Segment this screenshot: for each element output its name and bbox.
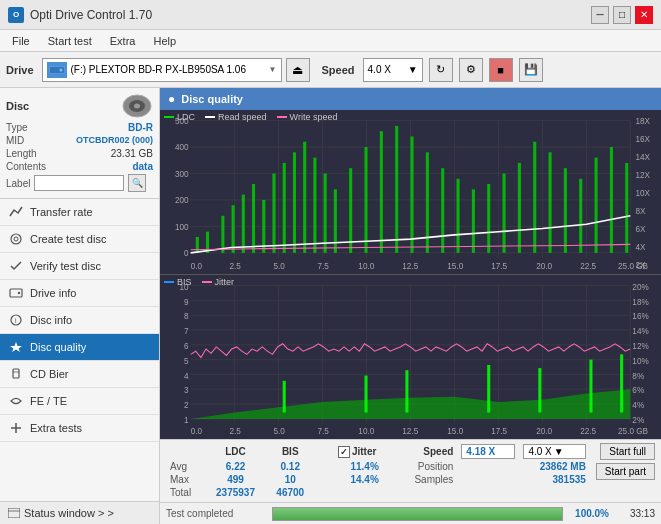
sidebar-item-extra-tests[interactable]: Extra tests [0,415,159,442]
svg-rect-65 [364,147,367,253]
svg-text:4: 4 [184,371,189,381]
menu-help[interactable]: Help [145,33,184,49]
app-icon: O [8,7,24,23]
svg-text:5.0: 5.0 [273,261,285,271]
speed-value: 4.0 X [368,64,391,75]
sidebar-item-disc-info[interactable]: i Disc info [0,307,159,334]
legend-jitter: Jitter [202,277,235,287]
speed-selector[interactable]: 4.0 X ▼ [363,58,423,82]
label-label: Label [6,178,30,189]
svg-text:25.0 GB: 25.0 GB [618,261,648,271]
drive-selector[interactable]: (F:) PLEXTOR BD-R PX-LB950SA 1.06 ▼ [42,58,282,82]
svg-text:2.5: 2.5 [230,261,242,271]
maximize-button[interactable]: □ [613,6,631,24]
length-value: 23.31 GB [111,148,153,159]
speed-dropdown-arrow: ▼ [408,64,418,75]
svg-rect-141 [620,354,623,412]
svg-text:2.5: 2.5 [230,426,242,436]
save-button[interactable]: 💾 [519,58,543,82]
svg-text:6%: 6% [632,385,644,395]
sidebar-item-disc-quality[interactable]: Disc quality [0,334,159,361]
sidebar-item-transfer-rate[interactable]: Transfer rate [0,199,159,226]
svg-point-9 [18,292,20,294]
svg-text:100: 100 [175,221,189,231]
menu-start-test[interactable]: Start test [40,33,100,49]
menu-extra[interactable]: Extra [102,33,144,49]
svg-text:6X: 6X [635,224,645,234]
app-title: Opti Drive Control 1.70 [30,8,152,22]
svg-rect-76 [533,142,536,253]
sidebar-item-verify-test-disc[interactable]: Verify test disc [0,253,159,280]
svg-text:10.0: 10.0 [358,426,374,436]
sidebar-item-drive-info[interactable]: Drive info [0,280,159,307]
action-buttons: Start full Start part [596,443,655,480]
svg-rect-81 [610,147,613,253]
transfer-rate-icon [8,204,24,220]
type-value: BD-R [128,122,153,133]
contents-value: data [132,161,153,172]
disc-info-icon: i [8,312,24,328]
svg-text:10.0: 10.0 [358,261,374,271]
sidebar-item-create-test-disc[interactable]: Create test disc [0,226,159,253]
bottom-chart-svg: 10 9 8 7 6 5 4 3 2 1 20% 18% 16% 14% 12% [160,275,661,439]
speed-select-stats2[interactable]: 4.0 X ▼ [523,444,585,459]
svg-rect-53 [232,205,235,253]
svg-text:8: 8 [184,311,189,321]
svg-rect-50 [196,237,199,253]
jitter-checkbox[interactable]: ✓ [338,446,350,458]
sidebar-item-fe-te[interactable]: FE / TE [0,388,159,415]
total-label: Total [166,486,205,499]
svg-text:22.5: 22.5 [580,261,596,271]
disc-quality-header-icon: ● [168,92,175,106]
eject-button[interactable]: ⏏ [286,58,310,82]
minimize-button[interactable]: ─ [591,6,609,24]
settings-button[interactable]: ⚙ [459,58,483,82]
write-speed-color [277,116,287,118]
menu-file[interactable]: File [4,33,38,49]
svg-rect-71 [457,179,460,253]
svg-rect-138 [487,365,490,413]
svg-marker-12 [10,342,22,352]
svg-rect-8 [10,289,22,297]
svg-text:18%: 18% [632,296,649,306]
svg-rect-72 [472,189,475,252]
progress-bar-background [272,507,563,521]
svg-rect-52 [221,216,224,253]
speed-select-label: 4.0 X [528,446,551,457]
start-full-button[interactable]: Start full [600,443,655,460]
total-ldc: 2375937 [205,486,267,499]
svg-rect-64 [349,168,352,253]
stats-section: LDC BIS ✓ Jitter Speed [160,439,661,502]
verify-test-disc-icon [8,258,24,274]
svg-text:16%: 16% [632,311,649,321]
svg-text:4X: 4X [635,242,645,252]
top-chart-svg: 500 400 300 200 100 0 18X 16X 14X 12X 10… [160,110,661,274]
legend-read-speed: Read speed [205,112,267,122]
svg-text:18X: 18X [635,116,650,126]
svg-rect-59 [293,152,296,253]
sidebar-item-cd-bier[interactable]: CD Bier [0,361,159,388]
status-window-label: Status window > > [24,507,114,519]
svg-text:25.0 GB: 25.0 GB [618,426,648,436]
speed-select-arrow: ▼ [554,446,564,457]
start-part-button[interactable]: Start part [596,463,655,480]
svg-rect-75 [518,163,521,253]
svg-rect-54 [242,195,245,253]
svg-rect-68 [411,136,414,252]
svg-text:12.5: 12.5 [402,261,418,271]
speed-select-stats[interactable]: 4.18 X [461,444,515,459]
sidebar: Disc Type BD-R MID OTCBDR002 (000) Lengt… [0,88,160,524]
svg-text:20.0: 20.0 [536,261,552,271]
svg-text:12X: 12X [635,170,650,180]
close-button[interactable]: ✕ [635,6,653,24]
progress-area: Test completed 100.0% 33:13 [160,502,661,524]
svg-text:5.0: 5.0 [273,426,285,436]
refresh-button[interactable]: ↻ [429,58,453,82]
color-button[interactable]: ■ [489,58,513,82]
disc-quality-title: Disc quality [181,93,243,105]
label-input[interactable] [34,175,124,191]
svg-text:7.5: 7.5 [317,261,329,271]
status-window-button[interactable]: Status window > > [0,501,159,524]
label-icon-button[interactable]: 🔍 [128,174,146,192]
chart-area: LDC Read speed Write speed [160,110,661,439]
